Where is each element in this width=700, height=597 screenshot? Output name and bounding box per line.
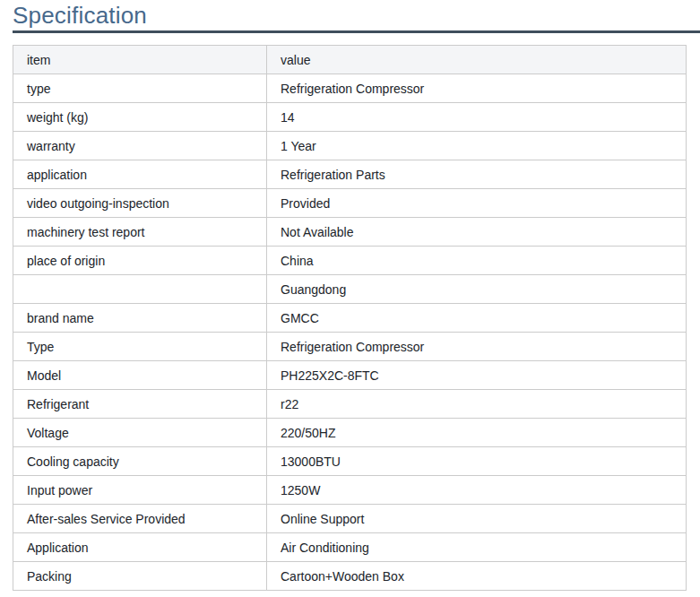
- table-row: video outgoing-inspectionProvided: [13, 189, 687, 218]
- value-cell: Guangdong: [267, 275, 687, 304]
- item-cell: warranty: [13, 132, 267, 160]
- table-row: After-sales Service ProvidedOnline Suppo…: [13, 505, 687, 533]
- table-row: ApplicationAir Conditioning: [13, 533, 687, 562]
- page-title: Specification: [13, 0, 700, 29]
- value-cell: Air Conditioning: [267, 533, 687, 562]
- value-cell: Not Available: [267, 218, 687, 247]
- table-row: Refrigerantr22: [13, 390, 687, 419]
- value-cell: GMCC: [267, 304, 687, 333]
- value-cell: PH225X2C-8FTC: [267, 361, 687, 390]
- table-row: ModelPH225X2C-8FTC: [13, 361, 687, 390]
- value-cell: Online Support: [267, 505, 687, 533]
- table-row: Cooling capacity13000BTU: [13, 447, 687, 476]
- item-cell: machinery test report: [13, 218, 267, 247]
- item-cell: Type: [13, 333, 267, 361]
- item-cell: After-sales Service Provided: [13, 505, 267, 533]
- item-cell: Input power: [13, 476, 267, 505]
- table-row: warranty1 Year: [13, 132, 687, 160]
- value-cell: Provided: [267, 189, 687, 218]
- item-cell: Cooling capacity: [13, 447, 267, 476]
- item-cell: place of origin: [13, 247, 267, 275]
- table-body: typeRefrigeration Compressorweight (kg)1…: [13, 74, 687, 591]
- value-column-header: value: [267, 46, 687, 74]
- table-row: Input power1250W: [13, 476, 687, 505]
- table-row: brand nameGMCC: [13, 304, 687, 333]
- item-cell: Packing: [13, 562, 267, 591]
- specification-section: Specification item value typeRefrigerati…: [0, 0, 700, 591]
- value-cell: 13000BTU: [267, 447, 687, 476]
- table-row: weight (kg)14: [13, 103, 687, 132]
- table-header-row: item value: [13, 46, 687, 74]
- table-row: PackingCartoon+Wooden Box: [13, 562, 687, 591]
- table-row: TypeRefrigeration Compressor: [13, 333, 687, 361]
- item-cell: Refrigerant: [13, 390, 267, 419]
- item-cell: weight (kg): [13, 103, 267, 132]
- value-cell: r22: [267, 390, 687, 419]
- item-cell: Application: [13, 533, 267, 562]
- table-row: typeRefrigeration Compressor: [13, 74, 687, 103]
- item-cell: brand name: [13, 304, 267, 333]
- item-cell: application: [13, 160, 267, 189]
- item-cell: video outgoing-inspection: [13, 189, 267, 218]
- value-cell: 14: [267, 103, 687, 132]
- table-row: Voltage220/50HZ: [13, 419, 687, 447]
- specification-table: item value typeRefrigeration Compressorw…: [13, 45, 687, 591]
- value-cell: Cartoon+Wooden Box: [267, 562, 687, 591]
- value-cell: 1 Year: [267, 132, 687, 160]
- value-cell: Refrigeration Parts: [267, 160, 687, 189]
- table-row: Guangdong: [13, 275, 687, 304]
- item-cell: Model: [13, 361, 267, 390]
- item-column-header: item: [13, 46, 267, 74]
- value-cell: 1250W: [267, 476, 687, 505]
- title-underline: [13, 30, 700, 33]
- item-cell: [13, 275, 267, 304]
- value-cell: 220/50HZ: [267, 419, 687, 447]
- item-cell: type: [13, 74, 267, 103]
- table-row: applicationRefrigeration Parts: [13, 160, 687, 189]
- value-cell: Refrigeration Compressor: [267, 74, 687, 103]
- value-cell: China: [267, 247, 687, 275]
- value-cell: Refrigeration Compressor: [267, 333, 687, 361]
- item-cell: Voltage: [13, 419, 267, 447]
- table-row: machinery test reportNot Available: [13, 218, 687, 247]
- table-row: place of originChina: [13, 247, 687, 275]
